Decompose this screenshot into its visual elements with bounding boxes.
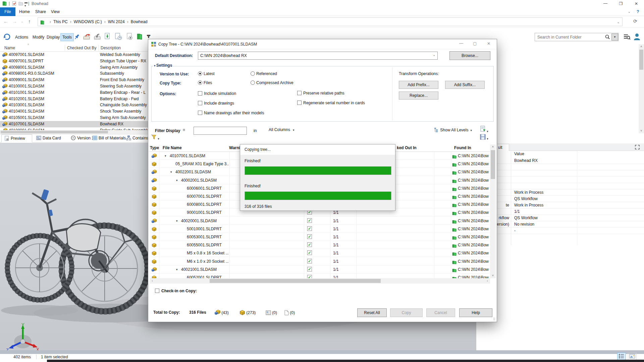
help-button[interactable]: Help (459, 308, 492, 317)
col-header-checked-out-in[interactable]: ked Out In (397, 145, 417, 150)
folder-quick-icon[interactable] (18, 1, 23, 7)
pdm-menu-actions[interactable]: Actions (13, 33, 30, 41)
transform-button-replace-[interactable]: Replace... (399, 92, 438, 100)
file-list-vscrollbar[interactable]: ˄ ˅ (639, 44, 644, 133)
tree-expand-icon[interactable]: ▾ (176, 217, 178, 225)
ribbon-collapse-icon[interactable]: ⌄ (628, 10, 631, 13)
help-icon[interactable]: ? (637, 9, 639, 14)
get-latest-icon[interactable] (104, 33, 111, 42)
pdm-menu-tools[interactable]: Tools (60, 33, 74, 41)
refresh-icon[interactable]: ⟳ (633, 18, 637, 24)
copy-checkbox[interactable]: ✓ (307, 259, 312, 263)
search-icon[interactable] (605, 34, 610, 41)
ribbon-tab-file[interactable]: File (0, 7, 15, 16)
tree-row[interactable]: 60053001.SLDPRT✓1/1C:\WN 2024\Bow (149, 233, 490, 241)
user-profile-icon[interactable] (633, 33, 641, 42)
option-checkbox[interactable] (297, 91, 302, 95)
browse-button[interactable]: Browse... (449, 51, 490, 60)
breadcrumb-dropdown-chevron[interactable]: ⌄ (617, 18, 620, 26)
breadcrumb-item[interactable]: This PC (53, 19, 68, 24)
tree-row[interactable]: ▾40021001.SLDASM✓1/1C:\WN 2024\Bow (149, 265, 490, 274)
search-box[interactable]: ▼ (535, 33, 619, 41)
tree-expand-icon[interactable]: ▾ (165, 152, 166, 160)
column-header-name[interactable]: Name (4, 46, 15, 50)
pdm-menu-display[interactable]: Display (45, 33, 61, 41)
recent-locations-chevron[interactable]: ⌄ (21, 20, 23, 23)
restore-button[interactable]: ❐ (613, 0, 629, 7)
destination-combobox[interactable]: C:\WN 2024\Bowhead RX ⌄ (198, 52, 438, 60)
vault-folder-icon[interactable] (136, 33, 143, 41)
ribbon-tab-home[interactable]: Home (17, 7, 32, 16)
toolbar-overflow-icon[interactable]: ▬▼ (147, 34, 150, 38)
col-header-type[interactable]: Type (150, 145, 159, 150)
dialog-maximize-icon[interactable]: ▢ (473, 41, 477, 46)
tree-vscrollbar[interactable]: ˄ ˅ (490, 144, 496, 278)
check-in-icon[interactable] (93, 34, 101, 41)
tree-hscrollbar[interactable]: ‹ › (150, 278, 490, 284)
breadcrumb-item[interactable]: WN 2024 (108, 19, 125, 24)
tree-expand-icon[interactable]: ▾ (176, 176, 178, 184)
get-version-icon[interactable] (115, 33, 122, 42)
tree-row[interactable]: M5 x 0.8 x 16 Socket ...✓1/1C:\WN 2024\B… (149, 249, 490, 257)
breadcrumb-chevron[interactable]: › (102, 19, 108, 24)
destination-dropdown-chevron[interactable]: ⌄ (433, 53, 435, 57)
tab-preview[interactable]: Preview (1, 134, 32, 142)
thumbnail-view-icon[interactable] (628, 353, 637, 360)
forward-icon[interactable]: → (12, 18, 17, 24)
quick-access-toolbar-chevron[interactable]: ▬▾ (24, 1, 28, 7)
all-columns-dropdown[interactable]: All Columns▾ (269, 127, 301, 134)
reset-all-button[interactable]: Reset All (357, 308, 387, 317)
checkin-on-copy-checkbox[interactable] (155, 289, 159, 293)
dialog-close-icon[interactable]: ✕ (487, 41, 490, 46)
breadcrumb-chevron[interactable]: › (125, 19, 131, 24)
option-checkbox[interactable] (198, 91, 202, 96)
pdm-menu-modify[interactable]: Modify (31, 33, 46, 41)
details-view-icon[interactable] (617, 353, 626, 360)
breadcrumb-chevron[interactable]: › (68, 19, 74, 24)
settings-collapse-icon[interactable]: ▾ Settings (153, 63, 173, 68)
column-header-description[interactable]: Description (101, 46, 121, 50)
pin-icon[interactable] (74, 34, 80, 41)
breadcrumb-chevron[interactable]: › (47, 19, 53, 24)
search-dropdown-button[interactable]: ▼ (611, 34, 618, 41)
up-icon[interactable]: ↑ (28, 18, 31, 24)
filter-input[interactable] (194, 127, 247, 135)
resize-grip[interactable]: ⠿ (493, 317, 496, 321)
show-all-levels-dropdown[interactable]: Show All Levels▾ (434, 127, 478, 134)
back-icon[interactable]: ← (3, 18, 8, 24)
copy-checkbox[interactable]: ✓ (307, 226, 312, 231)
progress-title-bar[interactable]: Copying tree... (240, 144, 395, 155)
copy-checkbox[interactable]: ✓ (307, 267, 312, 272)
search-list-icon[interactable] (623, 34, 631, 41)
filter-operator-icon[interactable]: = (183, 128, 185, 132)
tree-expand-icon[interactable]: ▾ (176, 265, 178, 274)
col-header-found-in[interactable]: Found In (454, 145, 471, 150)
breadcrumb[interactable]: ›This PC›WINDOWS (C:)›WN 2024›Bowhead ⌄ (38, 17, 623, 26)
filter-funnel-icon[interactable]: * ▾ (151, 134, 159, 141)
dialog-minimize-icon[interactable]: — (459, 41, 463, 46)
option-checkbox[interactable] (198, 101, 202, 105)
ribbon-tab-share[interactable]: Share (34, 7, 48, 16)
tree-row[interactable]: M6 x 1.0 x 20 Socket ...✓1/1C:\WN 2024\B… (149, 257, 490, 265)
copy-type-radio-files[interactable] (198, 80, 202, 85)
save-list-icon[interactable]: ▾ (480, 134, 488, 141)
option-checkbox[interactable] (297, 101, 302, 105)
copy-checkbox[interactable]: ✓ (307, 234, 312, 239)
export-list-icon[interactable]: ▾ (480, 126, 488, 133)
option-checkbox[interactable] (198, 111, 202, 115)
close-button[interactable]: ✕ (629, 0, 644, 7)
tree-row[interactable]: 60055001.SLDPRT✓1/1C:\WN 2024\Bow (149, 241, 490, 249)
tab-data-card[interactable]: Data Card (34, 134, 68, 142)
search-input[interactable] (537, 34, 604, 40)
checkin-quick-icon[interactable] (12, 1, 17, 7)
column-header-checked-out-by[interactable]: Checked Out By (67, 46, 96, 50)
version-radio-latest[interactable] (198, 71, 202, 76)
check-out-icon[interactable] (83, 34, 91, 41)
tree-row[interactable]: 50010001.SLDPRT✓1/1C:\WN 2024\Bow (149, 225, 490, 233)
col-header-file-name[interactable]: File Name (163, 145, 182, 150)
breadcrumb-item[interactable]: Bowhead (131, 19, 148, 24)
ribbon-tab-view[interactable]: View (48, 7, 62, 16)
copy-checkbox[interactable]: ✓ (307, 250, 312, 255)
version-radio-referenced[interactable] (251, 71, 255, 76)
copy-type-radio-compressed-archive[interactable] (251, 80, 255, 85)
